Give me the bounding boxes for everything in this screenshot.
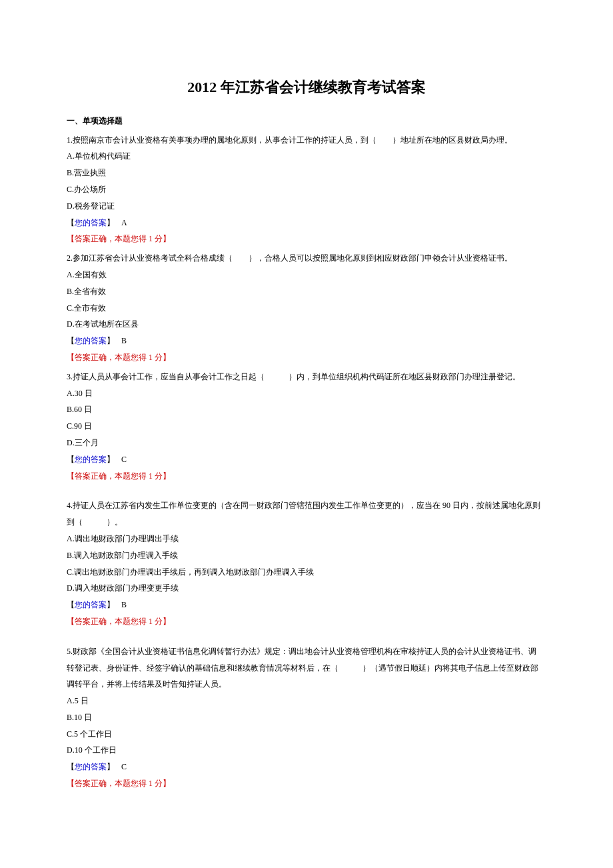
question-stem-line3: 调转平台，并将上传结果及时告知持证人员。 — [67, 677, 546, 692]
option-b: B.营业执照 — [67, 165, 546, 181]
question-5: 5.财政部《全国会计从业资格证书信息化调转暂行办法》规定：调出地会计从业资格管理… — [67, 644, 546, 791]
your-answer-value: B — [121, 600, 127, 609]
your-answer-line: 【您的答案】B — [67, 333, 546, 349]
spacer — [67, 487, 546, 497]
option-a: A.全国有效 — [67, 267, 546, 283]
option-a: A.单位机构代码证 — [67, 149, 546, 164]
correct-line: 【答案正确，本题您得 1 分】 — [67, 776, 546, 791]
correct-line: 【答案正确，本题您得 1 分】 — [67, 231, 546, 247]
question-stem: 1.按照南京市会计从业资格有关事项办理的属地化原则，从事会计工作的持证人员，到（… — [67, 133, 546, 148]
option-d: D.在考试地所在区县 — [67, 317, 546, 332]
option-a: A.调出地财政部门办理调出手续 — [67, 531, 546, 547]
question-stem-line2: 转登记表、身份证件、经签字确认的基础信息和继续教育情况等材料后，在（ ）（遇节假… — [67, 661, 546, 676]
option-b: B.60 日 — [67, 402, 546, 417]
your-answer-value: A — [121, 218, 127, 227]
question-stem-line1: 5.财政部《全国会计从业资格证书信息化调转暂行办法》规定：调出地会计从业资格管理… — [67, 644, 546, 659]
question-2: 2.参加江苏省会计从业资格考试全科合格成绩（ ），合格人员可以按照属地化原则到相… — [67, 251, 546, 365]
option-b: B.10 日 — [67, 710, 546, 725]
option-d: D.10 个工作日 — [67, 743, 546, 758]
your-answer-line: 【您的答案】B — [67, 597, 546, 613]
question-stem: 2.参加江苏省会计从业资格考试全科合格成绩（ ），合格人员可以按照属地化原则到相… — [67, 251, 546, 266]
option-c: C.全市有效 — [67, 301, 546, 316]
question-stem: 3.持证人员从事会计工作，应当自从事会计工作之日起（ ）内，到单位组织机构代码证… — [67, 369, 546, 385]
your-answer-value: C — [121, 455, 127, 464]
your-answer-line: 【您的答案】C — [67, 452, 546, 467]
correct-line: 【答案正确，本题您得 1 分】 — [67, 350, 546, 365]
question-3: 3.持证人员从事会计工作，应当自从事会计工作之日起（ ）内，到单位组织机构代码证… — [67, 369, 546, 484]
your-answer-line: 【您的答案】A — [67, 215, 546, 231]
correct-line: 【答案正确，本题您得 1 分】 — [67, 469, 546, 484]
option-d: D.调入地财政部门办理变更手续 — [67, 581, 546, 596]
option-a: A.30 日 — [67, 386, 546, 401]
option-c: C.办公场所 — [67, 182, 546, 197]
your-answer-value: B — [121, 336, 127, 345]
your-answer-value: C — [121, 762, 127, 771]
question-4: 4.持证人员在江苏省内发生工作单位变更的（含在同一财政部门管辖范围内发生工作单位… — [67, 498, 546, 629]
question-stem-line1: 4.持证人员在江苏省内发生工作单位变更的（含在同一财政部门管辖范围内发生工作单位… — [67, 498, 546, 513]
option-c: C.5 个工作日 — [67, 727, 546, 742]
spacer — [67, 633, 546, 643]
correct-line: 【答案正确，本题您得 1 分】 — [67, 614, 546, 629]
page-title: 2012 年江苏省会计继续教育考试答案 — [67, 73, 546, 101]
question-1: 1.按照南京市会计从业资格有关事项办理的属地化原则，从事会计工作的持证人员，到（… — [67, 133, 546, 247]
option-c: C.90 日 — [67, 419, 546, 434]
option-b: B.全省有效 — [67, 284, 546, 299]
option-d: D.税务登记证 — [67, 199, 546, 214]
section-header: 一、单项选择题 — [67, 113, 546, 129]
your-answer-line: 【您的答案】C — [67, 759, 546, 775]
question-stem-line2: 到（ ）。 — [67, 515, 546, 530]
option-a: A.5 日 — [67, 693, 546, 709]
option-b: B.调入地财政部门办理调入手续 — [67, 548, 546, 563]
option-d: D.三个月 — [67, 435, 546, 451]
option-c: C.调出地财政部门办理调出手续后，再到调入地财政部门办理调入手续 — [67, 565, 546, 580]
